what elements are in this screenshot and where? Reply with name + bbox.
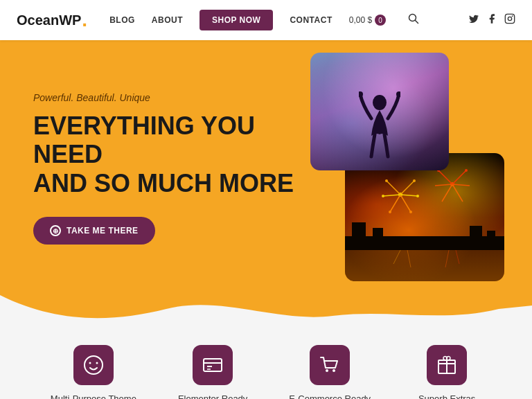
svg-point-15 (385, 179, 388, 182)
hero-image-fireworks (345, 153, 504, 281)
svg-line-14 (400, 195, 418, 196)
hero-subtitle: Powerful. Beautiful. Unique (33, 92, 310, 103)
svg-rect-35 (345, 236, 504, 250)
svg-point-40 (85, 356, 103, 374)
svg-line-11 (390, 195, 400, 212)
wave-svg (0, 295, 532, 323)
logo-dot: . (82, 10, 87, 30)
svg-line-25 (452, 184, 463, 202)
logo-text: OceanWP (17, 12, 81, 28)
navbar: OceanWP. BLOG ABOUT SHOP NOW CONTACT 0,0… (0, 0, 532, 40)
hero-btn-label: TAKE ME THERE (66, 226, 139, 236)
hero-images (283, 53, 504, 281)
cart-button[interactable]: 0,00 $ 0 (349, 15, 386, 26)
nav-links: BLOG ABOUT SHOP NOW CONTACT 0,00 $ 0 (109, 10, 468, 30)
svg-point-4 (512, 16, 513, 17)
svg-point-3 (508, 17, 511, 20)
svg-point-19 (382, 195, 384, 197)
svg-point-17 (389, 211, 391, 213)
nav-about[interactable]: ABOUT (152, 15, 183, 25)
svg-rect-39 (487, 231, 495, 236)
cart-price: 0,00 $ (349, 15, 372, 25)
svg-point-18 (409, 211, 412, 213)
extras-icon-box (427, 345, 467, 385)
hero-image-concert (310, 53, 449, 170)
take-me-there-button[interactable]: ⊕ TAKE ME THERE (33, 217, 155, 245)
svg-line-9 (387, 181, 400, 195)
feature-multipurpose: Multi-Purpose Theme (51, 345, 136, 399)
hero-section: Powerful. Beautiful. Unique EVERYTHING Y… (0, 40, 532, 296)
social-icons (468, 13, 515, 27)
feature-ecommerce-label: E-Commerce Ready (289, 393, 371, 399)
svg-line-10 (400, 181, 414, 195)
svg-point-42 (96, 362, 98, 364)
svg-line-12 (400, 195, 411, 212)
svg-point-5 (373, 95, 387, 110)
hero-title-line2: AND SO MUCH MORE (33, 169, 294, 197)
ecommerce-icon-box (310, 345, 350, 385)
feature-ecommerce: E-Commerce Ready (289, 345, 371, 399)
svg-line-23 (452, 170, 466, 184)
search-icon (408, 13, 419, 24)
gift-icon (436, 355, 457, 375)
svg-point-20 (416, 195, 419, 197)
svg-rect-38 (470, 226, 482, 236)
feature-multipurpose-label: Multi-Purpose Theme (51, 393, 136, 399)
svg-line-27 (452, 184, 470, 186)
twitter-icon[interactable] (468, 13, 479, 27)
hero-title-line1: EVERYTHING YOU NEED (33, 112, 255, 168)
fireworks-visual (345, 153, 504, 281)
nav-blog[interactable]: BLOG (109, 15, 135, 25)
svg-rect-37 (373, 228, 383, 236)
facebook-icon[interactable] (486, 13, 497, 27)
cart-icon (319, 355, 340, 375)
svg-point-29 (465, 169, 468, 172)
cart-count: 0 (375, 15, 386, 26)
svg-line-1 (416, 21, 418, 24)
feature-extras-label: Superb Extras (418, 393, 475, 399)
svg-line-24 (442, 184, 452, 202)
svg-point-48 (332, 369, 335, 372)
instagram-icon[interactable] (504, 13, 515, 27)
fireworks-svg (345, 153, 504, 281)
logo: OceanWP. (17, 10, 87, 30)
svg-point-47 (326, 369, 328, 372)
hero-content: Powerful. Beautiful. Unique EVERYTHING Y… (33, 92, 310, 245)
svg-rect-2 (505, 14, 514, 23)
smiley-icon (83, 355, 104, 375)
shop-now-button[interactable]: SHOP NOW (200, 10, 273, 30)
multipurpose-icon-box (73, 345, 114, 385)
hero-title: EVERYTHING YOU NEED AND SO MUCH MORE (33, 112, 310, 197)
svg-point-41 (89, 362, 91, 364)
svg-rect-43 (204, 359, 222, 371)
feature-extras: Superb Extras (412, 345, 481, 399)
feature-elementor: Elementor Ready (178, 345, 247, 399)
arrow-circle-icon: ⊕ (50, 225, 61, 236)
search-button[interactable] (408, 13, 419, 27)
features-section: Multi-Purpose Theme Elementor Ready E-Co… (0, 323, 532, 399)
feature-elementor-label: Elementor Ready (178, 393, 247, 399)
nav-contact[interactable]: CONTACT (290, 15, 332, 25)
svg-line-22 (438, 170, 452, 184)
svg-rect-36 (352, 222, 366, 236)
svg-point-16 (413, 179, 416, 182)
concert-silhouette (359, 87, 400, 170)
card-icon (202, 355, 223, 375)
svg-line-13 (383, 195, 400, 196)
wave-divider (0, 295, 532, 323)
elementor-icon-box (193, 345, 233, 385)
svg-line-26 (435, 184, 452, 186)
